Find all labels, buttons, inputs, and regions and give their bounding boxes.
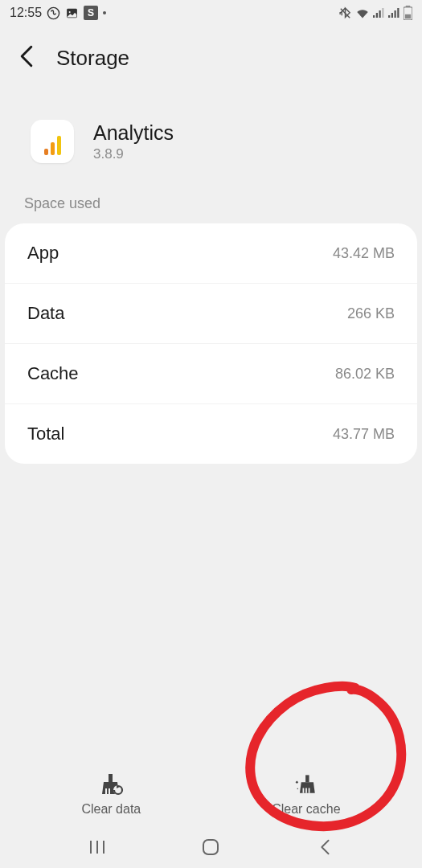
svg-rect-16: [105, 788, 107, 794]
clear-cache-label: Clear cache: [272, 802, 340, 817]
broom-refresh-icon: [97, 773, 125, 796]
row-cache-value: 86.02 KB: [335, 366, 395, 383]
storage-card: App 43.42 MB Data 266 KB Cache 86.02 KB …: [5, 223, 417, 464]
row-total: Total 43.77 MB: [5, 404, 417, 464]
svg-rect-14: [405, 14, 411, 18]
clear-cache-button[interactable]: Clear cache: [272, 773, 340, 817]
svg-rect-10: [395, 10, 396, 18]
row-total-label: Total: [27, 424, 64, 444]
row-data-label: Data: [27, 303, 64, 324]
section-space-used: Space used: [0, 195, 422, 223]
app-version: 3.8.9: [93, 146, 174, 162]
status-bar: 12:55 S: [0, 0, 422, 26]
svg-rect-4: [373, 15, 375, 18]
more-dot-icon: [103, 11, 106, 14]
svg-rect-22: [305, 788, 307, 792]
app-info: Analytics 3.8.9: [0, 88, 422, 195]
svg-rect-5: [376, 13, 378, 18]
recents-nav-icon[interactable]: [81, 831, 113, 863]
row-app-value: 43.42 MB: [333, 245, 395, 262]
row-data-value: 266 KB: [347, 305, 395, 322]
whatsapp-icon: [47, 6, 60, 20]
vibrate-icon: [338, 6, 352, 20]
nav-bar: [0, 826, 422, 868]
row-cache: Cache 86.02 KB: [5, 344, 417, 404]
svg-point-2: [69, 11, 71, 13]
svg-rect-7: [382, 8, 383, 18]
header: Storage: [0, 26, 422, 88]
status-time: 12:55: [10, 6, 42, 20]
clear-data-label: Clear data: [81, 802, 141, 817]
svg-rect-11: [397, 8, 399, 18]
svg-rect-20: [305, 775, 309, 782]
row-app-label: App: [27, 243, 59, 264]
back-nav-icon[interactable]: [309, 831, 341, 863]
signal-1-icon: [373, 7, 385, 18]
row-app: App 43.42 MB: [5, 223, 417, 284]
row-cache-label: Cache: [27, 363, 79, 384]
app-name: Analytics: [93, 121, 174, 145]
home-nav-icon[interactable]: [195, 831, 227, 863]
wifi-icon: [355, 7, 370, 19]
svg-rect-27: [203, 840, 218, 854]
battery-icon: [404, 6, 412, 20]
svg-rect-9: [391, 13, 393, 18]
status-right: [338, 6, 412, 20]
app-icon: [31, 120, 74, 163]
svg-rect-23: [309, 788, 310, 792]
bottom-actions: Clear data Clear cache: [0, 773, 422, 817]
svg-rect-17: [109, 788, 110, 794]
image-icon: [65, 6, 79, 20]
svg-rect-15: [109, 774, 113, 782]
svg-rect-8: [388, 15, 390, 18]
signal-2-icon: [388, 7, 400, 18]
broom-sparkle-icon: [293, 773, 320, 796]
s-app-icon: S: [84, 6, 98, 20]
row-data: Data 266 KB: [5, 284, 417, 344]
row-total-value: 43.77 MB: [333, 426, 395, 443]
status-left: 12:55 S: [10, 6, 106, 20]
app-text: Analytics 3.8.9: [93, 121, 174, 162]
back-icon[interactable]: [19, 45, 34, 72]
svg-rect-21: [302, 788, 304, 792]
page-title: Storage: [56, 46, 129, 71]
clear-data-button[interactable]: Clear data: [81, 773, 141, 817]
svg-rect-6: [379, 10, 381, 18]
